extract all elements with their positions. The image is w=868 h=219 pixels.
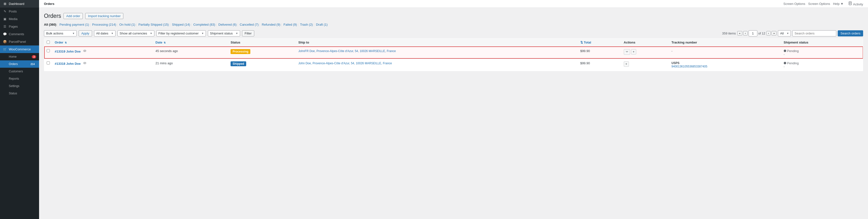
row1-view-icon[interactable] (83, 50, 87, 53)
row2-shipment-dot (784, 62, 786, 64)
all-select[interactable]: All (778, 30, 791, 36)
status-link-pending-payment[interactable]: Pending payment (1) (60, 23, 89, 26)
row1-status-cell: Processing (228, 47, 296, 59)
sidebar-item-comments[interactable]: 💬 Comments (0, 30, 39, 38)
row1-tracking-cell: - (669, 47, 781, 59)
row2-status-cell: Shipped (228, 59, 296, 71)
svg-point-5 (84, 50, 85, 51)
status-link-on-hold[interactable]: On hold (1) (119, 23, 135, 26)
row2-checkbox-cell (44, 59, 53, 71)
apply-button[interactable]: Apply (79, 30, 92, 36)
sidebar-item-dashboard[interactable]: ⊞ Dashboard (0, 0, 39, 7)
row1-checkbox[interactable] (46, 49, 50, 52)
orders-badge: 214 (29, 62, 36, 66)
row1-order-link[interactable]: #13319 John Doe (55, 50, 81, 53)
customer-filter-select[interactable]: Filter by registered customer (156, 30, 206, 36)
row1-action-btns: + (624, 49, 667, 55)
bulk-actions-select[interactable]: Bulk actions Mark processing Mark on-hol… (44, 30, 77, 36)
sidebar-item-woocommerce[interactable]: 🛒 WooCommerce (0, 46, 39, 53)
all-dates-select[interactable]: All dates (94, 30, 116, 36)
pagination-last-btn[interactable]: » (772, 31, 776, 35)
sidebar-item-label: Reports (9, 77, 19, 80)
pagination-next-btn[interactable]: › (766, 31, 771, 35)
currencies-select[interactable]: Show all currencies (118, 30, 154, 36)
shipment-status-wrap: Shipment status Pending Shipped Delivere… (208, 30, 240, 36)
customer-filter-wrap: Filter by registered customer ▼ (156, 30, 206, 36)
sidebar-item-label: Settings (9, 84, 19, 88)
row1-add-btn[interactable]: + (631, 49, 636, 55)
row2-tracking-link[interactable]: 94001361055368533874​05 (672, 65, 707, 68)
col-status: Status (228, 38, 296, 47)
select-all-checkbox[interactable] (46, 40, 50, 44)
pagination-total: of 12 (758, 31, 766, 35)
sidebar-item-parcelpanel[interactable]: 📦 ParcelPanel (0, 38, 39, 46)
search-input[interactable] (792, 30, 836, 36)
sidebar-item-pages[interactable]: ☰ Pages (0, 23, 39, 30)
sidebar-item-home[interactable]: Home 3 (0, 53, 39, 60)
orders-table: Order ⇅ Date ⇅ Status Ship to ⇅ Total Ac… (44, 38, 863, 71)
pagination-current-input[interactable] (749, 30, 757, 36)
status-link-cancelled[interactable]: Cancelled (7) (240, 23, 259, 26)
shipment-status-select[interactable]: Shipment status Pending Shipped Delivere… (208, 30, 240, 36)
status-link-trash[interactable]: Trash (2) (300, 23, 313, 26)
row2-order-link[interactable]: #13318 John Doe (55, 62, 81, 65)
row2-view-icon[interactable] (83, 62, 87, 65)
row2-total: $99.90 (580, 61, 590, 65)
sidebar-item-customers[interactable]: Customers (0, 68, 39, 75)
row1-status-badge: Processing (230, 49, 250, 54)
screen-options-label[interactable]: Screen Options (808, 2, 830, 6)
search-orders-button[interactable]: Search orders (838, 30, 863, 36)
status-link-all[interactable]: All (360) (44, 23, 56, 26)
all-dates-wrap: All dates ▼ (94, 30, 116, 36)
status-link-failed[interactable]: Failed (9) (284, 23, 297, 26)
bulk-actions-wrap: Bulk actions Mark processing Mark on-hol… (44, 30, 77, 36)
row1-view-btn[interactable] (624, 49, 630, 55)
row2-actions-cell: + (621, 59, 669, 71)
sidebar-item-reports[interactable]: Reports (0, 75, 39, 82)
row2-total-cell: $99.90 (578, 59, 621, 71)
row1-shipment-sub: - (784, 53, 861, 56)
pagination-prev-btn[interactable]: ‹ (743, 31, 748, 35)
sidebar-item-settings[interactable]: Settings (0, 82, 39, 90)
filter-button[interactable]: Filter (242, 30, 254, 36)
all-select-wrap: All ▼ (778, 30, 791, 36)
help-btn[interactable]: Help ▼ (833, 2, 844, 6)
status-link-shipped[interactable]: Shipped (14) (172, 23, 190, 26)
table-toolbar: Bulk actions Mark processing Mark on-hol… (44, 30, 863, 36)
status-link-processing[interactable]: Processing (214) (92, 23, 116, 26)
status-link-completed[interactable]: Completed (83) (193, 23, 215, 26)
status-link-partially-shipped[interactable]: Partially Shipped (15) (138, 23, 169, 26)
row1-actions-cell: + (621, 47, 669, 59)
pagination-first-btn[interactable]: « (737, 31, 742, 35)
activity-btn[interactable]: Activity (848, 1, 863, 6)
col-order[interactable]: Order ⇅ (52, 38, 153, 47)
status-link-draft[interactable]: Draft (1) (316, 23, 328, 26)
sidebar: ⊞ Dashboard ✎ Posts ▣ Media ☰ Pages 💬 Co… (0, 0, 39, 219)
import-tracking-button[interactable]: Import tracking number (85, 13, 123, 19)
col-shipment-status: Shipment status (781, 38, 863, 47)
row1-ship-to: JohnFR Doe, Provence-Alpes-Côte d'Azur, … (299, 49, 396, 53)
row2-shipment-sub: - (784, 65, 861, 69)
row2-checkbox[interactable] (46, 61, 50, 64)
col-total[interactable]: ⇅ Total (578, 38, 621, 47)
dashboard-icon: ⊞ (3, 2, 7, 6)
main-content: Orders Screen Options Screen Options Hel… (39, 0, 868, 219)
row1-shipment-dot (784, 50, 786, 52)
status-link-delivered[interactable]: Delivered (6) (218, 23, 237, 26)
parcelpanel-icon: 📦 (3, 40, 7, 44)
add-order-button[interactable]: Add order (63, 13, 83, 19)
sidebar-item-status[interactable]: Status (0, 90, 39, 97)
sidebar-item-label: Status (9, 92, 17, 95)
sidebar-item-label: Dashboard (9, 2, 24, 6)
screen-options-btn[interactable]: Screen Options (783, 2, 805, 6)
status-link-refunded[interactable]: Refunded (9) (262, 23, 280, 26)
order-sort-icon: ⇅ (65, 41, 67, 44)
sidebar-item-label: Comments (9, 32, 24, 36)
sidebar-item-orders[interactable]: Orders 214 (0, 60, 39, 68)
home-badge: 3 (32, 55, 36, 58)
sidebar-item-posts[interactable]: ✎ Posts (0, 7, 39, 15)
row2-add-btn[interactable]: + (624, 61, 629, 67)
col-date[interactable]: Date ⇅ (153, 38, 228, 47)
sidebar-item-media[interactable]: ▣ Media (0, 15, 39, 23)
media-icon: ▣ (3, 17, 7, 21)
